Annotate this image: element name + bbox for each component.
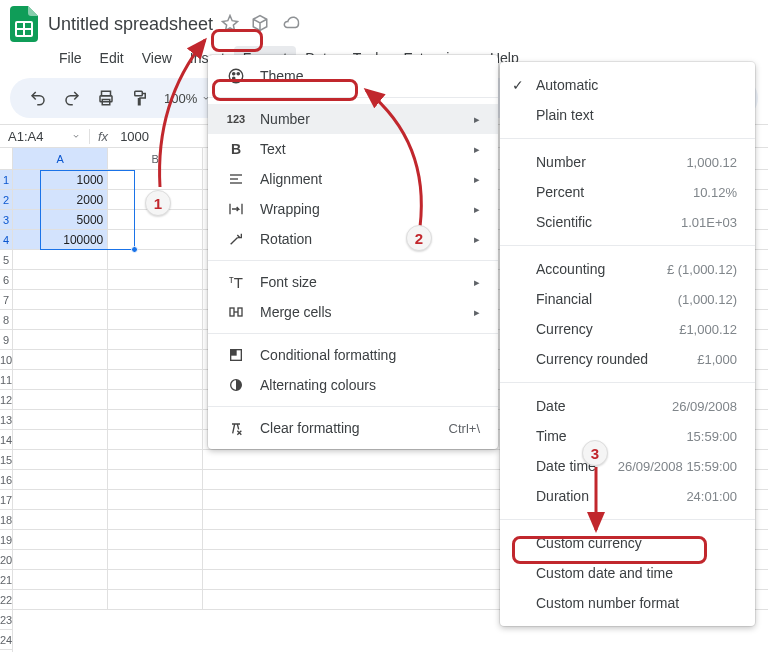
- name-box[interactable]: A1:A4: [0, 129, 90, 144]
- cell[interactable]: [108, 570, 203, 590]
- undo-button[interactable]: [22, 82, 54, 114]
- sheets-logo-icon[interactable]: [8, 6, 40, 42]
- alternating-icon: [226, 377, 246, 393]
- font-size-icon: тT: [226, 274, 246, 291]
- cell[interactable]: [108, 430, 203, 450]
- cell[interactable]: [108, 530, 203, 550]
- cell[interactable]: [13, 510, 108, 530]
- cell[interactable]: 5000: [13, 210, 108, 230]
- number-percent[interactable]: Percent10.12%: [500, 177, 755, 207]
- cell[interactable]: [108, 330, 203, 350]
- row-header: 23: [0, 610, 12, 630]
- svg-point-14: [233, 73, 235, 75]
- col-header[interactable]: B: [108, 148, 203, 169]
- svg-rect-25: [231, 350, 236, 355]
- state[interactable]: [13, 410, 108, 430]
- move-icon[interactable]: [251, 14, 269, 35]
- align-icon: [226, 171, 246, 187]
- cell[interactable]: [108, 410, 203, 430]
- cell[interactable]: [108, 590, 203, 610]
- number-currency[interactable]: Currency£1,000.12: [500, 314, 755, 344]
- cell[interactable]: [13, 270, 108, 290]
- cell[interactable]: [13, 310, 108, 330]
- cell[interactable]: [108, 170, 203, 190]
- format-alignment[interactable]: Alignment▸: [208, 164, 498, 194]
- cell[interactable]: [108, 450, 203, 470]
- cell[interactable]: [13, 470, 108, 490]
- cell[interactable]: [108, 390, 203, 410]
- format-text[interactable]: B Text▸: [208, 134, 498, 164]
- cell[interactable]: [108, 470, 203, 490]
- number-plain[interactable]: Plain text: [500, 100, 755, 130]
- cell[interactable]: [108, 350, 203, 370]
- number-scientific[interactable]: Scientific1.01E+03: [500, 207, 755, 237]
- number-duration[interactable]: Duration24:01:00: [500, 481, 755, 511]
- cell[interactable]: [108, 510, 203, 530]
- number-financial[interactable]: Financial(1,000.12): [500, 284, 755, 314]
- row-header: 12: [0, 390, 12, 410]
- cell[interactable]: [13, 370, 108, 390]
- select-all-corner[interactable]: [0, 148, 12, 170]
- cell[interactable]: [13, 250, 108, 270]
- cell[interactable]: [108, 290, 203, 310]
- cell[interactable]: [13, 350, 108, 370]
- fx-input[interactable]: 1000: [116, 129, 153, 144]
- row-header: 7: [0, 290, 12, 310]
- format-number[interactable]: 123 Number▸: [208, 104, 498, 134]
- cell[interactable]: [108, 310, 203, 330]
- redo-button[interactable]: [56, 82, 88, 114]
- menu-file[interactable]: File: [50, 46, 91, 70]
- number-number[interactable]: Number1,000.12: [500, 147, 755, 177]
- format-wrapping[interactable]: Wrapping▸: [208, 194, 498, 224]
- cell[interactable]: [13, 590, 108, 610]
- number-datetime[interactable]: Date time26/09/2008 15:59:00: [500, 451, 755, 481]
- cell[interactable]: [13, 430, 108, 450]
- number-time[interactable]: Time15:59:00: [500, 421, 755, 451]
- cell[interactable]: [13, 490, 108, 510]
- cell[interactable]: 1000: [13, 170, 108, 190]
- clear-format-icon: [226, 420, 246, 436]
- row-header: 21: [0, 570, 12, 590]
- cell[interactable]: [13, 330, 108, 350]
- format-alternating[interactable]: Alternating colours: [208, 370, 498, 400]
- number-custom-number[interactable]: Custom number format: [500, 588, 755, 618]
- print-button[interactable]: [90, 82, 122, 114]
- svg-point-16: [233, 77, 235, 79]
- format-clear[interactable]: Clear formatting Ctrl+\: [208, 413, 498, 443]
- cell[interactable]: [108, 230, 203, 250]
- number-currency-rounded[interactable]: Currency rounded£1,000: [500, 344, 755, 374]
- paint-format-button[interactable]: [124, 82, 156, 114]
- cell[interactable]: [13, 450, 108, 470]
- cloud-status-icon[interactable]: [281, 14, 301, 35]
- cell[interactable]: [108, 490, 203, 510]
- row-header: 20: [0, 550, 12, 570]
- menu-edit[interactable]: Edit: [91, 46, 133, 70]
- doc-title[interactable]: Untitled spreadsheet: [48, 14, 213, 35]
- row-header: 17: [0, 490, 12, 510]
- cell[interactable]: 100000: [13, 230, 108, 250]
- cell[interactable]: [108, 250, 203, 270]
- col-header[interactable]: A: [13, 148, 108, 169]
- number-accounting[interactable]: Accounting£ (1,000.12): [500, 254, 755, 284]
- number-custom-currency[interactable]: Custom currency: [500, 528, 755, 558]
- svg-rect-6: [135, 91, 143, 96]
- cell[interactable]: [108, 550, 203, 570]
- cell[interactable]: [108, 370, 203, 390]
- format-font-size[interactable]: тT Font size▸: [208, 267, 498, 297]
- cell[interactable]: [13, 550, 108, 570]
- cell[interactable]: [13, 290, 108, 310]
- cell[interactable]: [13, 390, 108, 410]
- cell[interactable]: [108, 270, 203, 290]
- star-icon[interactable]: [221, 14, 239, 35]
- menu-view[interactable]: View: [133, 46, 181, 70]
- number-custom-datetime[interactable]: Custom date and time: [500, 558, 755, 588]
- cell[interactable]: [13, 530, 108, 550]
- cell[interactable]: [13, 570, 108, 590]
- format-rotation[interactable]: Rotation▸: [208, 224, 498, 254]
- format-theme[interactable]: Theme: [208, 61, 498, 91]
- number-date[interactable]: Date26/09/2008: [500, 391, 755, 421]
- cell[interactable]: 2000: [13, 190, 108, 210]
- format-conditional[interactable]: Conditional formatting: [208, 340, 498, 370]
- format-merge[interactable]: Merge cells▸: [208, 297, 498, 327]
- number-automatic[interactable]: ✓Automatic: [500, 70, 755, 100]
